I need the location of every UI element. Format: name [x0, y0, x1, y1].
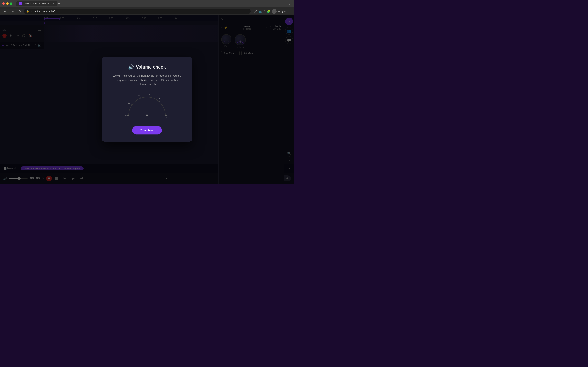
tab-title: Untitled podcast - Soundtr...	[24, 2, 52, 5]
svg-point-15	[146, 115, 148, 117]
forward-button[interactable]: →	[10, 9, 16, 14]
browser-nav: ← → ↻ 🔒 soundtrap.com/studio/ 🎤 📺 ☆ 🧩 I …	[0, 7, 294, 16]
cast-button[interactable]: 📺	[259, 10, 262, 13]
star-button[interactable]: ☆	[263, 10, 266, 13]
start-test-button[interactable]: Start test	[132, 126, 162, 134]
close-traffic-light[interactable]	[2, 2, 5, 5]
tab-favicon: S	[19, 2, 22, 5]
modal-close-button[interactable]: ×	[186, 60, 189, 64]
svg-line-10	[159, 101, 160, 102]
menu-button[interactable]: ⋮	[289, 10, 292, 13]
svg-line-8	[151, 96, 151, 98]
modal-title: Volume check	[136, 64, 165, 70]
extension-button[interactable]: 🧩	[267, 10, 270, 13]
browser-tabs: S Untitled podcast - Soundtr... × +	[16, 1, 285, 6]
svg-text:80: 80	[159, 98, 161, 100]
browser-titlebar: S Untitled podcast - Soundtr... × + ⌵	[0, 0, 294, 7]
reload-button[interactable]: ↻	[17, 8, 22, 14]
modal-description: We will help you set the right levels fo…	[110, 74, 184, 86]
mic-button[interactable]: 🎤	[254, 10, 257, 13]
address-text: soundtrap.com/studio/	[30, 10, 54, 13]
active-tab[interactable]: S Untitled podcast - Soundtr... ×	[16, 1, 57, 6]
expand-tabs-button[interactable]: ⌵	[287, 1, 292, 7]
svg-text:0: 0	[125, 115, 127, 117]
back-button[interactable]: ←	[2, 9, 8, 14]
svg-text:60: 60	[149, 94, 151, 96]
minimize-traffic-light[interactable]	[6, 2, 9, 5]
vu-meter-container: 0 20 40 60 80 100	[110, 93, 184, 120]
volume-check-icon: 🔊	[128, 64, 134, 70]
svg-text:100: 100	[164, 117, 168, 119]
profile-label: Incognito	[277, 10, 287, 13]
main-app: 0:00 0:05 0:10 0:15 0:20 0:25 0:30 0:35 …	[0, 16, 294, 184]
svg-text:20: 20	[128, 102, 130, 104]
maximize-traffic-light[interactable]	[10, 2, 12, 5]
nav-icons: 🎤 📺 ☆ 🧩 I Incognito ⋮	[254, 9, 292, 14]
traffic-lights	[2, 2, 12, 5]
address-bar[interactable]: 🔒 soundtrap.com/studio/	[24, 8, 251, 14]
new-tab-button[interactable]: +	[58, 2, 61, 6]
modal-header: 🔊 Volume check	[110, 64, 184, 70]
tab-close-button[interactable]: ×	[53, 2, 54, 5]
svg-text:40: 40	[138, 95, 140, 97]
vu-gauge: 0 20 40 60 80 100	[125, 93, 169, 120]
volume-check-modal: × 🔊 Volume check We will help you set th…	[102, 57, 192, 142]
